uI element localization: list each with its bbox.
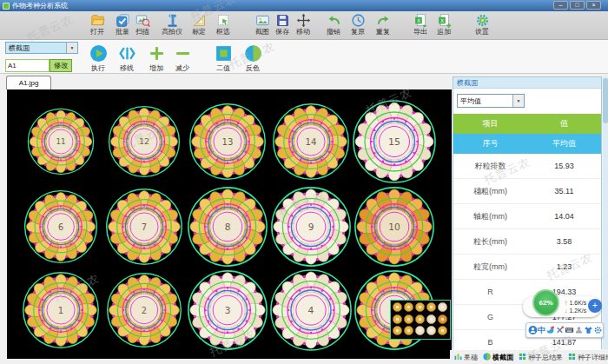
corn-slice-4[interactable]: 4 (268, 268, 354, 356)
corn-slice-3[interactable]: 3 (186, 268, 269, 355)
chevron-down-icon[interactable]: ▼ (66, 43, 77, 53)
corn-slice-6[interactable]: 6 (23, 189, 99, 268)
section-select-value: 横截面 (6, 43, 66, 53)
toolbar-button-doc-camera[interactable]: 高拍仪 (156, 13, 188, 39)
statusbar-tab-cross-section[interactable]: 横截面 (483, 353, 513, 362)
item-cell: 轴粗(mm) (453, 204, 527, 228)
overview-thumbnail-panel[interactable] (390, 300, 451, 340)
tool-button-binary[interactable]: 二值 (208, 44, 238, 73)
toolbar-button-redo[interactable]: 重复 (370, 13, 396, 39)
panel-title: 横截面 (453, 77, 601, 89)
seed-detail-icon (568, 353, 576, 362)
statusbar-tab-label: 种子总结果 (528, 353, 563, 362)
toolbar-button-restore[interactable]: 复原 (345, 13, 371, 39)
table-row[interactable]: 轴粗(mm)14.04 (453, 204, 601, 229)
section-select[interactable]: 横截面 ▼ (5, 42, 78, 54)
toolbar-button-scan[interactable]: 扫描 (129, 13, 155, 39)
toolbar-button-label: 导出 (413, 28, 427, 36)
tab-a1-jpg[interactable]: A1.jpg (6, 76, 51, 89)
statusbar-tab-ear-chart[interactable]: 果穗 (454, 353, 478, 362)
tool-button-increase[interactable]: 增加 (142, 44, 171, 73)
corn-slice-13[interactable]: 13 (188, 102, 268, 185)
screenshot-icon (255, 13, 270, 28)
main-toolbar: 打开批量扫描高拍仪标定框选截图保存移动撤销复原重复X导出X追加设置 (0, 11, 608, 40)
tool-button-move-line[interactable]: 移线 (112, 44, 142, 73)
corn-slice-12[interactable]: 12 (107, 104, 182, 182)
svg-text:4: 4 (308, 305, 314, 316)
overview-mini-slice (415, 302, 425, 312)
panel-scrollbar[interactable] (603, 76, 608, 349)
title-bar: 作物考种分析系统 – □ × (0, 0, 608, 11)
toolbar-button-undo[interactable]: 撤销 (321, 13, 347, 39)
speed-monitor-widget[interactable]: 62% ↑ 1.6K/s ↓ 1.2K/s + (523, 296, 601, 317)
corn-slice-10[interactable]: 10 (353, 185, 436, 272)
table-row[interactable]: 籽粒排数15.93 (453, 154, 601, 179)
open-folder-icon (90, 13, 105, 28)
statusbar-tab-seed-summary[interactable]: 种子总结果 (519, 353, 563, 362)
item-cell: 穗粗(mm) (453, 179, 527, 203)
overview-mini-slice (404, 326, 413, 335)
value-cell: 35.11 (527, 179, 601, 203)
statusbar-tab-label: 果穗 (464, 353, 478, 362)
tool-button-invert[interactable]: 反色 (238, 44, 268, 73)
value-cell: 15.93 (527, 154, 601, 178)
toolbar-button-open-folder[interactable]: 打开 (84, 13, 110, 39)
cross-section-icon (483, 353, 491, 362)
table-row[interactable]: 穗粗(mm)35.11 (453, 179, 601, 204)
image-viewer-canvas[interactable]: 5 4 3 2 1 10 (7, 89, 452, 359)
progress-badge[interactable]: 62% (532, 289, 559, 316)
modify-button[interactable]: 修改 (50, 59, 72, 72)
stat-select-value: 平均值 (458, 96, 512, 106)
chinese-mode-icon[interactable]: 中 (538, 325, 545, 336)
subheader-average: 平均值 (527, 134, 601, 154)
corn-slice-8[interactable]: 8 (186, 185, 269, 272)
corn-slice-9[interactable]: 9 (269, 185, 353, 272)
svg-text:8: 8 (225, 222, 231, 232)
sample-id-input[interactable] (5, 59, 50, 72)
swirl-icon[interactable] (545, 325, 555, 336)
tool-button-decrease[interactable]: 减少 (168, 44, 197, 73)
corn-slice-7[interactable]: 7 (104, 187, 184, 270)
item-cell: 粒宽(mm) (453, 255, 527, 279)
scan-icon (135, 13, 150, 28)
statusbar-tab-seed-detail[interactable]: 种子详细结果 (568, 353, 608, 362)
corn-slice-1[interactable]: 1 (21, 270, 101, 354)
toolbar-button-label: 移动 (296, 28, 310, 36)
maximize-button[interactable]: □ (570, 1, 585, 10)
toolbar-button-calibration[interactable]: 标定 (186, 13, 212, 39)
column-header-item: 项目 (453, 114, 527, 134)
person-icon[interactable] (574, 325, 584, 336)
cut-icon[interactable] (555, 325, 565, 336)
svg-text:X: X (416, 17, 420, 23)
account-icon[interactable] (528, 325, 538, 336)
keyboard-icon[interactable] (565, 325, 574, 336)
table-row[interactable]: 粒长(mm)3.58 (453, 229, 601, 255)
toolbar-button-settings-gear[interactable]: 设置 (469, 13, 495, 39)
decrease-icon (174, 44, 192, 63)
chevron-down-icon[interactable]: ▼ (512, 95, 524, 107)
tool-button-execute[interactable]: 执行 (83, 44, 113, 73)
corn-slice-15[interactable]: 15 (351, 98, 438, 189)
accelerator-ball-icon[interactable]: + (588, 299, 602, 313)
toolbar-button-frame-select[interactable]: 框选 (210, 13, 236, 39)
minimize-button[interactable]: – (553, 1, 568, 10)
secondary-toolbar: 横截面 ▼ 修改 执行移线增加减少二值反色 (0, 40, 608, 74)
toolbar-button-append[interactable]: X追加 (431, 13, 457, 39)
svg-text:11: 11 (56, 137, 65, 146)
gear-icon[interactable] (593, 325, 603, 336)
close-button[interactable]: × (586, 1, 601, 10)
svg-text:14: 14 (306, 137, 317, 147)
item-cell: R (453, 280, 527, 304)
shirt-icon[interactable] (584, 325, 593, 336)
table-row[interactable]: 粒宽(mm)1.23 (453, 255, 601, 280)
toolbar-button-move[interactable]: 移动 (290, 13, 316, 39)
value-cell: 3.58 (527, 229, 601, 254)
corn-slice-11[interactable]: 11 (26, 107, 96, 180)
corn-slice-14[interactable]: 14 (271, 102, 351, 185)
svg-text:15: 15 (388, 136, 400, 148)
stat-select[interactable]: 平均值 ▼ (457, 94, 525, 108)
toolbar-button-export[interactable]: X导出 (407, 13, 433, 39)
corn-slice-2[interactable]: 2 (105, 271, 183, 353)
scrollbar-thumb[interactable] (603, 78, 608, 123)
move-line-icon (118, 44, 136, 63)
